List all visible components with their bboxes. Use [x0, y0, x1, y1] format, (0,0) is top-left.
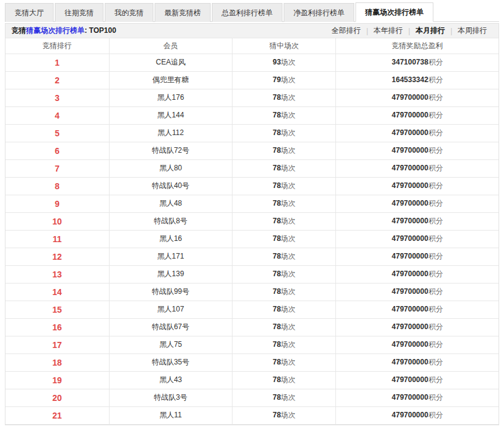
times-cell: 78场次: [233, 318, 336, 336]
reward-cell: 479700000积分: [336, 159, 499, 177]
column-header: 竞猜排行: [5, 38, 109, 54]
table-row: 1CEA追风93场次347100738积分: [5, 54, 499, 71]
times-cell: 78场次: [233, 106, 336, 124]
page-title-prefix: 竞猜: [12, 26, 26, 35]
page: 竞猜大厅往期竞猜我的竞猜最新竞猜榜总盈利排行榜单净盈利排行榜单猜赢场次排行榜单 …: [5, 0, 499, 425]
rank-cell: 20: [5, 389, 109, 406]
column-header: 猜中场次: [233, 38, 336, 54]
times-cell: 78场次: [233, 230, 336, 248]
tab-mine[interactable]: 我的竞猜: [105, 3, 153, 22]
rank-cell: 9: [5, 195, 109, 212]
column-header: 会员: [109, 38, 233, 54]
rank-cell: 14: [5, 283, 109, 301]
table-row: 20特战队3号78场次479700000积分: [5, 389, 499, 406]
reward-cell: 479700000积分: [336, 265, 499, 283]
rank-cell: 13: [5, 265, 109, 283]
times-cell: 78场次: [233, 389, 336, 406]
table-row: 16特战队67号78场次479700000积分: [5, 318, 499, 336]
tab-past[interactable]: 往期竞猜: [55, 3, 103, 22]
reward-cell: 479700000积分: [336, 248, 499, 265]
rank-cell: 3: [5, 89, 109, 106]
table-row: 12黑人17178场次479700000积分: [5, 248, 499, 265]
table-row: 9黑人4878场次479700000积分: [5, 195, 499, 212]
reward-cell: 347100738积分: [336, 54, 499, 71]
page-title: 竞猜猜赢场次排行榜单: TOP100: [12, 26, 116, 36]
reward-cell: 164533342积分: [336, 71, 499, 89]
times-cell: 79场次: [233, 71, 336, 89]
leaderboard-panel: 竞猜猜赢场次排行榜单: TOP100 全部排行|本年排行|本月排行|本周排行 竞…: [5, 23, 499, 425]
tab-bar: 竞猜大厅往期竞猜我的竞猜最新竞猜榜总盈利排行榜单净盈利排行榜单猜赢场次排行榜单: [5, 0, 499, 22]
member-cell: 黑人176: [109, 89, 233, 106]
times-cell: 78场次: [233, 406, 336, 424]
table-row: 4黑人14478场次479700000积分: [5, 106, 499, 124]
table-row: 10特战队8号78场次479700000积分: [5, 212, 499, 230]
reward-cell: 479700000积分: [336, 318, 499, 336]
member-cell: 黑人171: [109, 248, 233, 265]
rank-cell: 10: [5, 212, 109, 230]
table-body: 1CEA追风93场次347100738积分2偶兜里有糖79场次164533342…: [5, 54, 499, 424]
member-cell: 黑人112: [109, 124, 233, 142]
member-cell: 特战队99号: [109, 283, 233, 301]
table-row: 15黑人10778场次479700000积分: [5, 301, 499, 318]
rank-cell: 1: [5, 54, 109, 71]
reward-cell: 479700000积分: [336, 212, 499, 230]
times-cell: 93场次: [233, 54, 336, 71]
table-header-row: 竞猜排行会员猜中场次竞猜奖励总盈利: [5, 38, 499, 54]
rank-cell: 4: [5, 106, 109, 124]
times-cell: 78场次: [233, 124, 336, 142]
rank-cell: 11: [5, 230, 109, 248]
member-cell: 特战队67号: [109, 318, 233, 336]
member-cell: 黑人75: [109, 336, 233, 353]
member-cell: 黑人139: [109, 265, 233, 283]
rank-cell: 12: [5, 248, 109, 265]
reward-cell: 479700000积分: [336, 106, 499, 124]
reward-cell: 479700000积分: [336, 124, 499, 142]
tab-win-count[interactable]: 猜赢场次排行榜单: [355, 2, 433, 22]
tab-total-profit[interactable]: 总盈利排行榜单: [212, 3, 282, 22]
table-row: 18特战队35号78场次479700000积分: [5, 353, 499, 371]
reward-cell: 479700000积分: [336, 89, 499, 106]
rank-cell: 15: [5, 301, 109, 318]
times-cell: 78场次: [233, 195, 336, 212]
times-cell: 78场次: [233, 353, 336, 371]
times-cell: 78场次: [233, 89, 336, 106]
filter-month[interactable]: 本月排行: [410, 26, 450, 36]
reward-cell: 479700000积分: [336, 177, 499, 195]
table-row: 5黑人11278场次479700000积分: [5, 124, 499, 142]
tab-net-profit[interactable]: 净盈利排行榜单: [284, 3, 354, 22]
member-cell: 黑人144: [109, 106, 233, 124]
tab-lobby[interactable]: 竞猜大厅: [5, 3, 54, 22]
reward-cell: 479700000积分: [336, 353, 499, 371]
reward-cell: 479700000积分: [336, 195, 499, 212]
filter-all[interactable]: 全部排行: [326, 26, 366, 36]
page-title-suffix: : TOP100: [85, 26, 116, 35]
reward-cell: 479700000积分: [336, 389, 499, 406]
member-cell: 特战队8号: [109, 212, 233, 230]
table-row: 21黑人1178场次479700000积分: [5, 406, 499, 424]
member-cell: 黑人43: [109, 371, 233, 389]
rank-cell: 17: [5, 336, 109, 353]
rank-cell: 7: [5, 159, 109, 177]
member-cell: 特战队72号: [109, 142, 233, 159]
times-cell: 78场次: [233, 336, 336, 353]
times-cell: 78场次: [233, 283, 336, 301]
member-cell: 特战队40号: [109, 177, 233, 195]
times-cell: 78场次: [233, 159, 336, 177]
times-cell: 78场次: [233, 265, 336, 283]
reward-cell: 479700000积分: [336, 283, 499, 301]
filter-year[interactable]: 本年排行: [368, 26, 408, 36]
tab-latest[interactable]: 最新竞猜榜: [155, 3, 211, 22]
times-cell: 78场次: [233, 371, 336, 389]
table-row: 19黑人4378场次479700000积分: [5, 371, 499, 389]
member-cell: 特战队3号: [109, 389, 233, 406]
rank-cell: 16: [5, 318, 109, 336]
member-cell: 黑人107: [109, 301, 233, 318]
member-cell: 特战队35号: [109, 353, 233, 371]
rank-cell: 5: [5, 124, 109, 142]
rank-cell: 18: [5, 353, 109, 371]
column-header: 竞猜奖励总盈利: [336, 38, 499, 54]
rank-cell: 19: [5, 371, 109, 389]
filter-week[interactable]: 本周排行: [452, 26, 492, 36]
table-row: 3黑人17678场次479700000积分: [5, 89, 499, 106]
member-cell: CEA追风: [109, 54, 233, 71]
